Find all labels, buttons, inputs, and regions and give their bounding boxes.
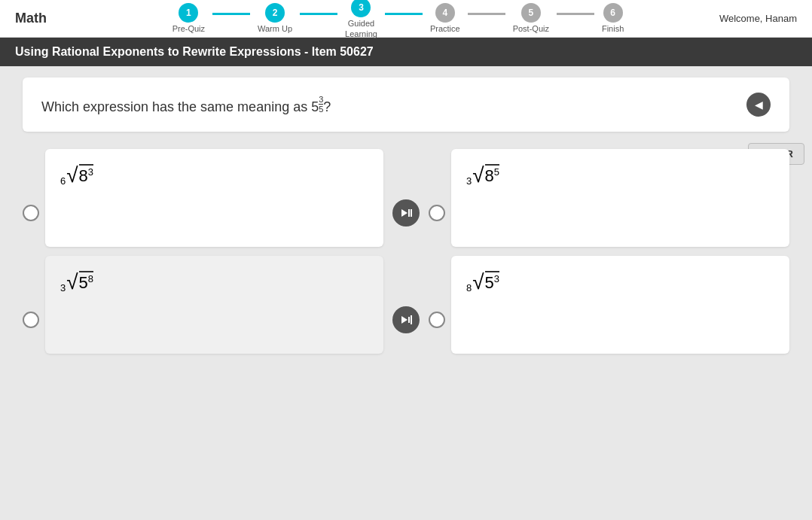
title-text: Using Rational Exponents to Rewrite Expr… (15, 45, 374, 58)
radio-D[interactable] (429, 312, 445, 328)
math-C: 3√58 (60, 271, 93, 293)
step-circle-5: 5 (521, 3, 541, 23)
step-label-5: Post-Quiz (513, 24, 549, 34)
step-label-1: Pre-Quiz (172, 24, 205, 34)
step-circle-3: 3 (351, 0, 371, 17)
question-box: Which expression has the same meaning as… (23, 78, 789, 132)
radio-C[interactable] (23, 312, 39, 328)
step-circle-6: 6 (603, 3, 623, 23)
step-circle-2: 2 (265, 3, 285, 23)
math-B: 3√85 (466, 164, 499, 186)
nav-step-6[interactable]: 6 Finish (602, 3, 624, 34)
title-bar: Using Rational Exponents to Rewrite Expr… (0, 38, 812, 66)
nav-back-arrow[interactable]: ◀ (746, 93, 771, 117)
nav-brand: Math (15, 11, 47, 26)
step-label-3: GuidedLearning (345, 19, 377, 38)
nav-step-2[interactable]: 2 Warm Up (258, 3, 292, 34)
step-circle-1: 1 (179, 3, 198, 23)
nav-step-3[interactable]: 3 GuidedLearning (345, 0, 377, 39)
answer-option-B: 3√85 (429, 149, 789, 247)
math-A: 6√83 (60, 164, 93, 186)
center-col-2 (383, 256, 429, 354)
step-connector-5-6 (557, 13, 594, 15)
answer-card-B[interactable]: 3√85 (451, 149, 789, 247)
step-label-4: Practice (430, 24, 460, 34)
step-connector-3-4 (385, 13, 423, 15)
answer-option-A: 6√83 (23, 149, 383, 247)
answers-wrapper: 6√83 3√85 (23, 149, 789, 354)
audio-btn-2[interactable] (392, 306, 420, 333)
audio-btn-1[interactable] (392, 199, 420, 227)
answer-card-A[interactable]: 6√83 (45, 149, 383, 247)
nav-step-5[interactable]: 5 Post-Quiz (513, 3, 549, 34)
main-content: Which expression has the same meaning as… (0, 66, 812, 365)
step-connector-2-3 (300, 13, 337, 15)
answer-row-1: 6√83 3√85 (23, 149, 789, 247)
svg-rect-2 (411, 209, 412, 217)
nav-welcome: Welcome, Hanam (719, 13, 797, 24)
answer-card-D[interactable]: 8√53 (451, 256, 789, 354)
answer-card-C[interactable]: 3√58 (45, 256, 383, 354)
radio-A[interactable] (23, 205, 39, 221)
answer-option-D: 8√53 (429, 256, 789, 354)
answer-row-2: 3√58 8√53 (23, 256, 789, 354)
radio-B[interactable] (429, 205, 445, 221)
nav-step-1[interactable]: 1 Pre-Quiz (172, 3, 205, 34)
step-connector-1-2 (212, 13, 250, 15)
svg-rect-5 (411, 315, 412, 324)
question-text: Which expression has the same meaning as… (41, 95, 331, 115)
question-exp: 35 (319, 98, 323, 108)
math-D: 8√53 (466, 271, 499, 293)
step-connector-4-5 (468, 13, 505, 15)
nav-steps: 1 Pre-Quiz 2 Warm Up 3 GuidedLearning 4 … (77, 0, 719, 39)
center-col-1 (383, 149, 429, 247)
svg-marker-3 (401, 316, 408, 324)
svg-rect-1 (408, 209, 410, 217)
nav-step-4[interactable]: 4 Practice (430, 3, 460, 34)
svg-marker-0 (401, 209, 408, 217)
step-label-6: Finish (602, 24, 624, 34)
step-label-2: Warm Up (258, 24, 292, 34)
step-circle-4: 4 (435, 3, 455, 23)
svg-rect-4 (408, 317, 410, 323)
top-nav: Math 1 Pre-Quiz 2 Warm Up 3 GuidedLearni… (0, 0, 812, 38)
answer-option-C: 3√58 (23, 256, 383, 354)
